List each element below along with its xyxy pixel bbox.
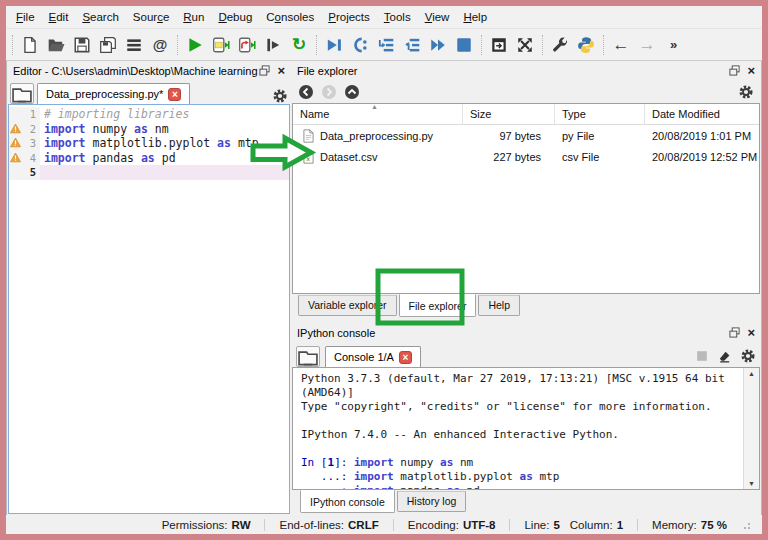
console-line: Type "copyright", "credits" or "license"…: [301, 400, 743, 414]
editor-undock-icon[interactable]: [259, 65, 270, 76]
file-switcher-button[interactable]: [121, 32, 147, 58]
find-symbols-button[interactable]: @: [147, 32, 173, 58]
run-cell-button[interactable]: [208, 32, 234, 58]
column-header-name[interactable]: Name: [293, 104, 463, 124]
browse-tabs-icon[interactable]: [10, 83, 34, 104]
fe-forward-icon[interactable]: [321, 84, 337, 100]
main-toolbar: @↻←→»: [6, 28, 762, 61]
console-browse-tabs-icon[interactable]: [296, 346, 320, 367]
editor-tab[interactable]: Data_preprocessing.py* ×: [37, 83, 190, 104]
file-row[interactable]: Data_preprocessing.py97 bytespy File20/0…: [293, 125, 759, 146]
menu-debug[interactable]: Debug: [211, 8, 259, 26]
menu-view[interactable]: View: [418, 8, 457, 26]
line-number: 4: [9, 151, 40, 166]
editor-options-gear-icon[interactable]: [272, 88, 288, 104]
step-into-icon: [377, 36, 395, 54]
console-tab-strip: IPython consoleHistory log: [292, 490, 760, 514]
csv-file-icon: x: [303, 150, 314, 164]
tab-file-explorer[interactable]: File explorer: [399, 294, 477, 317]
open-file-button[interactable]: [43, 32, 69, 58]
py-file-icon: [303, 129, 314, 143]
tab-help[interactable]: Help: [478, 295, 520, 316]
file-size: 227 bytes: [463, 151, 555, 163]
step-into-button[interactable]: [373, 32, 399, 58]
menu-file[interactable]: File: [9, 8, 42, 26]
debug-file-button[interactable]: [321, 32, 347, 58]
scroll-up-icon[interactable]: ▲: [748, 370, 755, 377]
new-file-button[interactable]: [17, 32, 43, 58]
forward-button[interactable]: →: [634, 32, 660, 58]
fe-back-icon[interactable]: [298, 84, 314, 100]
menu-projects[interactable]: Projects: [321, 8, 377, 26]
status-separator: [393, 519, 394, 531]
save-all-button[interactable]: [95, 32, 121, 58]
tab-variable-explorer[interactable]: Variable explorer: [298, 295, 397, 316]
fe-options-gear-icon[interactable]: [738, 84, 754, 100]
menu-help[interactable]: Help: [456, 8, 494, 26]
console-line: ...: import pandas as pd: [301, 484, 743, 489]
new-file-icon: [21, 36, 39, 54]
toolbar-overflow-icon[interactable]: »: [670, 37, 677, 52]
code-text: # importing libraries: [40, 107, 289, 122]
scroll-down-icon[interactable]: ▼: [748, 480, 755, 487]
file-row[interactable]: xDataset.csv227 bytescsv File20/08/2019 …: [293, 146, 759, 167]
stop-button[interactable]: [451, 32, 477, 58]
console-undock-icon[interactable]: [729, 327, 740, 338]
menu-run[interactable]: Run: [176, 8, 211, 26]
menu-edit[interactable]: Edit: [42, 8, 76, 26]
status-end-of-lines: End-of-lines:CRLF: [279, 519, 378, 531]
file-explorer-undock-icon[interactable]: [729, 65, 740, 76]
editor-tab-close-icon[interactable]: ×: [168, 88, 181, 101]
ipython-console-panel: IPython console × Console 1/A ×: [292, 323, 760, 514]
console-options-gear-icon[interactable]: [740, 348, 756, 364]
console-scrollbar[interactable]: ▲ ▼: [743, 368, 759, 489]
rerun-cell-button[interactable]: [234, 32, 260, 58]
editor-line-5[interactable]: 5: [9, 165, 289, 180]
save-file-button[interactable]: [69, 32, 95, 58]
editor-line-4[interactable]: 4import pandas as pd: [9, 151, 289, 166]
console-tab[interactable]: Console 1/A ×: [325, 346, 421, 367]
status-bar: Permissions:RWEnd-of-lines:CRLFEncoding:…: [6, 515, 762, 534]
tab-history-log[interactable]: History log: [397, 491, 467, 512]
menu-tools[interactable]: Tools: [377, 8, 418, 26]
preferences-icon: [551, 36, 569, 54]
run-selection-button[interactable]: [260, 32, 286, 58]
python-path-button[interactable]: [573, 32, 599, 58]
menu-search[interactable]: Search: [75, 8, 125, 26]
continue-icon: [429, 36, 447, 54]
editor-line-3[interactable]: 3import matplotlib.pyplot as mtp: [9, 136, 289, 151]
console-title: IPython console: [297, 327, 729, 339]
console-output[interactable]: Python 3.7.3 (default, Mar 27 2019, 17:1…: [293, 368, 743, 489]
column-header-type[interactable]: Type: [555, 104, 645, 124]
code-editor[interactable]: 1# importing libraries2import numpy as n…: [8, 104, 290, 514]
rerun-last-button[interactable]: ↻: [286, 32, 312, 58]
step-return-button[interactable]: [399, 32, 425, 58]
interrupt-kernel-icon[interactable]: [695, 349, 709, 363]
file-type: csv File: [555, 151, 645, 163]
editor-close-icon[interactable]: ×: [277, 64, 285, 77]
save-file-icon: [73, 36, 91, 54]
console-tab-close-icon[interactable]: ×: [399, 351, 412, 364]
menu-source[interactable]: Source: [126, 8, 176, 26]
clear-console-icon[interactable]: [717, 349, 732, 364]
tab-ipython-console[interactable]: IPython console: [300, 490, 395, 513]
back-button[interactable]: ←: [608, 32, 634, 58]
maximize-pane-button[interactable]: [486, 32, 512, 58]
console-close-icon[interactable]: ×: [747, 326, 755, 339]
resize-grip[interactable]: [742, 521, 750, 529]
fullscreen-button[interactable]: [512, 32, 538, 58]
menu-consoles[interactable]: Consoles: [259, 8, 321, 26]
step-button[interactable]: [347, 32, 373, 58]
file-explorer-close-icon[interactable]: ×: [747, 64, 755, 77]
column-header-size[interactable]: Size: [463, 104, 555, 124]
toolbar-separator: [603, 35, 604, 55]
editor-line-2[interactable]: 2import numpy as nm: [9, 122, 289, 137]
editor-line-1[interactable]: 1# importing libraries: [9, 107, 289, 122]
run-file-button[interactable]: [182, 32, 208, 58]
preferences-button[interactable]: [547, 32, 573, 58]
column-header-date-modified[interactable]: Date Modified: [645, 104, 759, 124]
status-separator: [637, 519, 638, 531]
fe-up-icon[interactable]: [344, 84, 360, 100]
editor-title-bar: Editor - C:\Users\admin\Desktop\Machine …: [8, 61, 290, 80]
continue-button[interactable]: [425, 32, 451, 58]
